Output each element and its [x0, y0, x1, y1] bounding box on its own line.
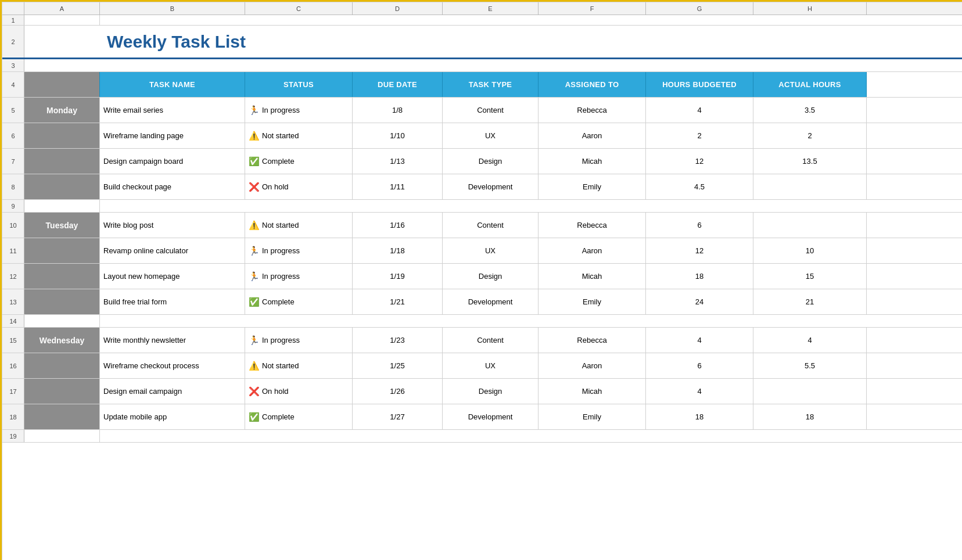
status-label-17: On hold: [262, 387, 289, 396]
task-name-18: Update mobile app: [100, 404, 245, 429]
table-row: 18 Update mobile app ✅ Complete 1/27 Dev…: [2, 404, 962, 430]
task-type-16: UX: [443, 353, 539, 378]
task-type-18: Development: [443, 404, 539, 429]
status-5: 🏃 In progress: [245, 98, 353, 123]
assigned-16: Aaron: [539, 353, 646, 378]
header-col-a: [24, 72, 100, 97]
due-date-13: 1/21: [353, 289, 443, 314]
task-name-7: Design campaign board: [100, 149, 245, 174]
col-label-b: B: [100, 2, 245, 15]
status-label-8: On hold: [262, 182, 289, 191]
budgeted-16: 6: [646, 353, 753, 378]
status-icon-6: ⚠️: [249, 131, 260, 141]
assigned-18: Emily: [539, 404, 646, 429]
assigned-15: Rebecca: [539, 328, 646, 353]
task-name-11: Revamp online calculator: [100, 238, 245, 263]
rownum-15: 15: [2, 328, 24, 353]
due-date-6: 1/10: [353, 123, 443, 148]
assigned-11: Aaron: [539, 238, 646, 263]
status-label-16: Not started: [262, 361, 299, 370]
column-ruler: A B C D E F G H: [2, 2, 962, 15]
status-label-18: Complete: [262, 412, 295, 421]
task-type-10: Content: [443, 213, 539, 238]
due-date-5: 1/8: [353, 98, 443, 123]
status-icon-18: ✅: [249, 412, 260, 422]
rownum-12: 12: [2, 264, 24, 289]
actual-11: 10: [753, 238, 867, 263]
row-3: 3: [2, 59, 962, 72]
actual-10: [753, 213, 867, 238]
day-wednesday-cont-17: [24, 379, 100, 404]
task-type-12: Design: [443, 264, 539, 289]
table-row: 11 Revamp online calculator 🏃 In progres…: [2, 238, 962, 264]
rownum-1: 1: [2, 15, 24, 25]
budgeted-17: 4: [646, 379, 753, 404]
sep-14a: [24, 315, 100, 327]
status-label-5: In progress: [262, 106, 300, 114]
rownum-6: 6: [2, 123, 24, 148]
task-type-6: UX: [443, 123, 539, 148]
rownum-13: 13: [2, 289, 24, 314]
rownum-11: 11: [2, 238, 24, 263]
assigned-10: Rebecca: [539, 213, 646, 238]
status-label-10: Not started: [262, 221, 299, 229]
col-label-f: F: [539, 2, 646, 15]
budgeted-8: 4.5: [646, 174, 753, 199]
header-actual-hours: ACTUAL HOURS: [753, 72, 867, 97]
task-name-13: Build free trial form: [100, 289, 245, 314]
day-tuesday-cont-13: [24, 289, 100, 314]
row-9-sep: 9: [2, 200, 962, 213]
header-status: STATUS: [245, 72, 353, 97]
assigned-7: Micah: [539, 149, 646, 174]
header-assigned-to: ASSIGNED TO: [539, 72, 646, 97]
page-title: Weekly Task List: [107, 32, 246, 52]
spreadsheet-outer: A B C D E F G H 1 2 Weekly Task List 3 4…: [0, 0, 962, 560]
table-row: 15 Wednesday Write monthly newsletter 🏃 …: [2, 328, 962, 353]
status-icon-12: 🏃: [249, 271, 260, 282]
row-1: 1: [2, 15, 962, 26]
due-date-7: 1/13: [353, 149, 443, 174]
budgeted-18: 18: [646, 404, 753, 429]
status-label-12: In progress: [262, 272, 300, 281]
actual-7: 13.5: [753, 149, 867, 174]
assigned-17: Micah: [539, 379, 646, 404]
col-label-c: C: [245, 2, 353, 15]
task-type-7: Design: [443, 149, 539, 174]
col-label-a: A: [24, 2, 100, 15]
rownum-14: 14: [2, 315, 24, 327]
rownum-7: 7: [2, 149, 24, 174]
table-row: 17 Design email campaign ❌ On hold 1/26 …: [2, 379, 962, 404]
budgeted-5: 4: [646, 98, 753, 123]
status-6: ⚠️ Not started: [245, 123, 353, 148]
assigned-6: Aaron: [539, 123, 646, 148]
status-icon-17: ❌: [249, 386, 260, 397]
status-icon-10: ⚠️: [249, 220, 260, 231]
row-14-sep: 14: [2, 315, 962, 328]
row-2-title: 2 Weekly Task List: [2, 26, 962, 59]
status-8: ❌ On hold: [245, 174, 353, 199]
corner-cell: [2, 2, 24, 15]
task-type-13: Development: [443, 289, 539, 314]
status-15: 🏃 In progress: [245, 328, 353, 353]
table-row: 16 Wireframe checkout process ⚠️ Not sta…: [2, 353, 962, 379]
rownum-3: 3: [2, 59, 24, 71]
cell-2a: [24, 26, 100, 58]
due-date-15: 1/23: [353, 328, 443, 353]
due-date-8: 1/11: [353, 174, 443, 199]
task-name-12: Layout new homepage: [100, 264, 245, 289]
task-name-15: Write monthly newsletter: [100, 328, 245, 353]
rownum-9: 9: [2, 200, 24, 212]
budgeted-11: 12: [646, 238, 753, 263]
status-icon-11: 🏃: [249, 246, 260, 256]
due-date-10: 1/16: [353, 213, 443, 238]
row-19: 19: [2, 430, 962, 443]
actual-16: 5.5: [753, 353, 867, 378]
spreadsheet: A B C D E F G H 1 2 Weekly Task List 3 4…: [2, 2, 962, 560]
table-row: 8 Build checkout page ❌ On hold 1/11 Dev…: [2, 174, 962, 200]
due-date-18: 1/27: [353, 404, 443, 429]
rownum-18: 18: [2, 404, 24, 429]
task-name-10: Write blog post: [100, 213, 245, 238]
table-row: 6 Wireframe landing page ⚠️ Not started …: [2, 123, 962, 149]
col-label-e: E: [443, 2, 539, 15]
day-monday-cont-7: [24, 149, 100, 174]
